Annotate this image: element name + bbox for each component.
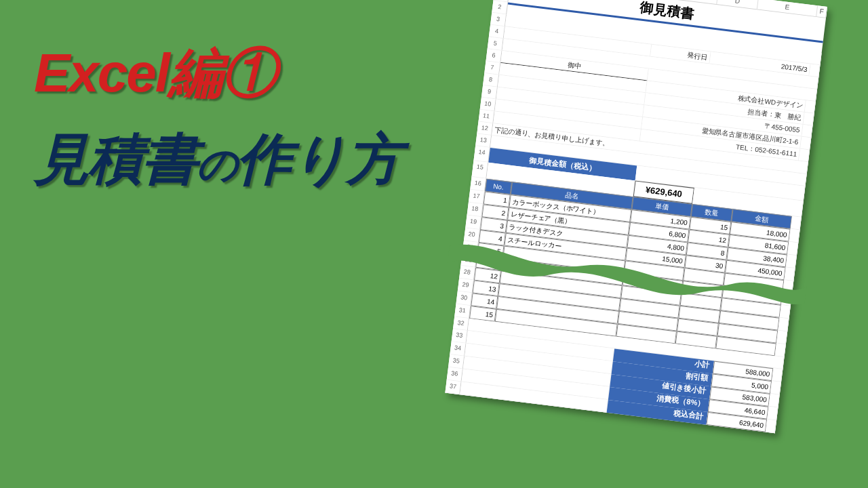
headline-line1: Excel編① [34, 37, 401, 110]
cell[interactable] [776, 331, 787, 345]
cell[interactable] [787, 242, 798, 256]
cell[interactable] [772, 368, 783, 382]
spreadsheet-grid[interactable]: 1御見積書234発行日2017/5/356御中7株式会社WDデザイン8担当者：東… [445, 0, 826, 433]
cell[interactable] [768, 394, 779, 408]
cell[interactable] [802, 125, 812, 138]
row-header: 28 [459, 266, 475, 281]
row-header: 19 [465, 216, 481, 230]
row-header: 14 [473, 146, 490, 163]
cell[interactable] [791, 216, 802, 230]
cell[interactable] [784, 267, 795, 281]
row-header: 16 [470, 177, 486, 192]
headline-word2: 作り方 [237, 128, 401, 190]
cell[interactable] [809, 64, 820, 78]
cell[interactable] [786, 255, 797, 269]
cell[interactable] [766, 420, 776, 434]
cell[interactable] [781, 293, 792, 306]
row-header: 37 [445, 380, 461, 395]
row-header: 30 [456, 291, 472, 306]
row-header: 36 [447, 367, 463, 382]
column-header: F [816, 5, 827, 18]
headline-word1: 見積書 [34, 128, 197, 190]
excel-sheet: ABCDEF 1御見積書234発行日2017/5/356御中7株式会社WDデザイ… [445, 0, 827, 433]
cell[interactable] [789, 229, 800, 243]
row-header: 17 [469, 190, 485, 205]
cell[interactable] [775, 344, 786, 358]
headline: Excel編① 見積書の作り方 [34, 37, 401, 197]
cell[interactable] [799, 149, 810, 163]
headline-particle: の [197, 142, 237, 187]
row-header: 34 [450, 342, 466, 357]
row-header: 15 [472, 161, 489, 179]
cell[interactable] [805, 100, 816, 114]
row-header: 29 [458, 279, 474, 293]
row-header: 33 [452, 329, 468, 344]
cell[interactable] [804, 113, 814, 126]
cell[interactable] [778, 318, 789, 332]
row-header: 18 [467, 203, 484, 218]
row-header: 35 [448, 354, 465, 369]
cell[interactable] [800, 137, 811, 150]
headline-line2: 見積書の作り方 [34, 123, 401, 197]
cell[interactable] [780, 305, 791, 319]
cell[interactable] [767, 407, 778, 421]
cell[interactable] [770, 381, 781, 395]
cell[interactable] [783, 280, 793, 294]
